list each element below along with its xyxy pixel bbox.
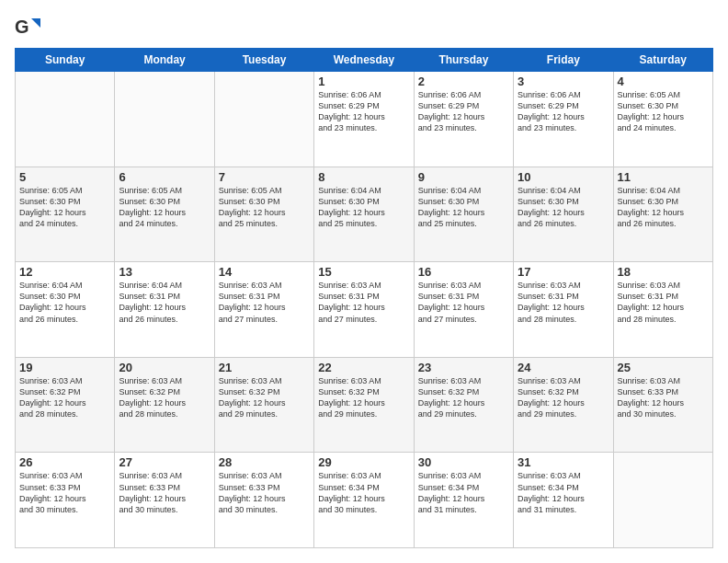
weekday-header-wednesday: Wednesday <box>314 49 414 72</box>
day-cell-14: 14Sunrise: 6:03 AMSunset: 6:31 PMDayligh… <box>214 262 313 358</box>
day-cell-25: 25Sunrise: 6:03 AMSunset: 6:33 PMDayligh… <box>613 357 712 453</box>
day-cell-empty-w4d6 <box>613 453 712 548</box>
day-number: 26 <box>19 455 110 469</box>
day-number: 15 <box>318 265 409 279</box>
day-number: 16 <box>418 265 509 279</box>
header: G <box>15 15 713 40</box>
weekday-header-thursday: Thursday <box>414 49 513 72</box>
day-number: 12 <box>19 265 110 279</box>
logo: G <box>15 15 44 40</box>
day-info: Sunrise: 6:04 AMSunset: 6:30 PMDaylight:… <box>318 185 409 230</box>
day-cell-31: 31Sunrise: 6:03 AMSunset: 6:34 PMDayligh… <box>514 453 613 548</box>
day-number: 11 <box>618 170 709 184</box>
day-info: Sunrise: 6:05 AMSunset: 6:30 PMDaylight:… <box>618 89 709 134</box>
weekday-header-row: SundayMondayTuesdayWednesdayThursdayFrid… <box>16 49 713 72</box>
day-info: Sunrise: 6:03 AMSunset: 6:32 PMDaylight:… <box>418 375 509 420</box>
day-cell-21: 21Sunrise: 6:03 AMSunset: 6:32 PMDayligh… <box>214 357 313 453</box>
day-number: 7 <box>219 170 310 184</box>
day-info: Sunrise: 6:06 AMSunset: 6:29 PMDaylight:… <box>318 89 409 134</box>
day-cell-empty-w0d2 <box>214 72 313 167</box>
day-info: Sunrise: 6:05 AMSunset: 6:30 PMDaylight:… <box>119 185 210 230</box>
day-info: Sunrise: 6:03 AMSunset: 6:33 PMDaylight:… <box>618 375 709 420</box>
day-info: Sunrise: 6:03 AMSunset: 6:33 PMDaylight:… <box>219 470 310 515</box>
day-info: Sunrise: 6:04 AMSunset: 6:30 PMDaylight:… <box>19 280 110 325</box>
day-info: Sunrise: 6:03 AMSunset: 6:31 PMDaylight:… <box>219 280 310 325</box>
day-cell-27: 27Sunrise: 6:03 AMSunset: 6:33 PMDayligh… <box>115 453 214 548</box>
day-number: 23 <box>418 361 509 374</box>
weekday-header-sunday: Sunday <box>16 49 115 72</box>
logo-icon: G <box>15 15 40 40</box>
day-cell-13: 13Sunrise: 6:04 AMSunset: 6:31 PMDayligh… <box>115 262 214 358</box>
day-cell-10: 10Sunrise: 6:04 AMSunset: 6:30 PMDayligh… <box>514 167 613 262</box>
week-row-4: 19Sunrise: 6:03 AMSunset: 6:32 PMDayligh… <box>16 357 713 453</box>
day-info: Sunrise: 6:05 AMSunset: 6:30 PMDaylight:… <box>219 185 310 230</box>
day-info: Sunrise: 6:03 AMSunset: 6:31 PMDaylight:… <box>518 280 609 325</box>
day-info: Sunrise: 6:04 AMSunset: 6:30 PMDaylight:… <box>418 185 509 230</box>
day-number: 4 <box>618 75 709 88</box>
day-info: Sunrise: 6:03 AMSunset: 6:34 PMDaylight:… <box>518 470 609 515</box>
day-cell-6: 6Sunrise: 6:05 AMSunset: 6:30 PMDaylight… <box>115 167 214 262</box>
day-cell-2: 2Sunrise: 6:06 AMSunset: 6:29 PMDaylight… <box>414 72 513 167</box>
day-cell-16: 16Sunrise: 6:03 AMSunset: 6:31 PMDayligh… <box>414 262 513 358</box>
day-cell-5: 5Sunrise: 6:05 AMSunset: 6:30 PMDaylight… <box>16 167 115 262</box>
day-number: 31 <box>518 455 609 469</box>
day-info: Sunrise: 6:05 AMSunset: 6:30 PMDaylight:… <box>19 185 110 230</box>
page: G SundayMondayTuesdayWednesdayThursdayFr… <box>0 0 728 563</box>
day-number: 24 <box>518 361 609 374</box>
week-row-1: 1Sunrise: 6:06 AMSunset: 6:29 PMDaylight… <box>16 72 713 167</box>
day-number: 1 <box>318 75 409 88</box>
day-cell-7: 7Sunrise: 6:05 AMSunset: 6:30 PMDaylight… <box>214 167 313 262</box>
day-number: 14 <box>219 265 310 279</box>
day-info: Sunrise: 6:03 AMSunset: 6:31 PMDaylight:… <box>318 280 409 325</box>
day-number: 25 <box>618 361 709 374</box>
day-number: 10 <box>518 170 609 184</box>
day-info: Sunrise: 6:04 AMSunset: 6:30 PMDaylight:… <box>618 185 709 230</box>
day-info: Sunrise: 6:03 AMSunset: 6:34 PMDaylight:… <box>318 470 409 515</box>
day-number: 6 <box>119 170 210 184</box>
day-number: 3 <box>518 75 609 88</box>
day-info: Sunrise: 6:03 AMSunset: 6:33 PMDaylight:… <box>119 470 210 515</box>
day-cell-9: 9Sunrise: 6:04 AMSunset: 6:30 PMDaylight… <box>414 167 513 262</box>
day-number: 30 <box>418 455 509 469</box>
day-info: Sunrise: 6:04 AMSunset: 6:30 PMDaylight:… <box>518 185 609 230</box>
day-cell-20: 20Sunrise: 6:03 AMSunset: 6:32 PMDayligh… <box>115 357 214 453</box>
week-row-3: 12Sunrise: 6:04 AMSunset: 6:30 PMDayligh… <box>16 262 713 358</box>
day-info: Sunrise: 6:03 AMSunset: 6:34 PMDaylight:… <box>418 470 509 515</box>
day-number: 18 <box>618 265 709 279</box>
day-number: 8 <box>318 170 409 184</box>
day-cell-18: 18Sunrise: 6:03 AMSunset: 6:31 PMDayligh… <box>613 262 712 358</box>
day-cell-22: 22Sunrise: 6:03 AMSunset: 6:32 PMDayligh… <box>314 357 414 453</box>
day-cell-30: 30Sunrise: 6:03 AMSunset: 6:34 PMDayligh… <box>414 453 513 548</box>
day-number: 21 <box>219 361 310 374</box>
day-cell-empty-w0d1 <box>115 72 214 167</box>
day-number: 2 <box>418 75 509 88</box>
day-number: 27 <box>119 455 210 469</box>
day-cell-26: 26Sunrise: 6:03 AMSunset: 6:33 PMDayligh… <box>16 453 115 548</box>
day-cell-23: 23Sunrise: 6:03 AMSunset: 6:32 PMDayligh… <box>414 357 513 453</box>
day-number: 5 <box>19 170 110 184</box>
day-cell-28: 28Sunrise: 6:03 AMSunset: 6:33 PMDayligh… <box>214 453 313 548</box>
day-info: Sunrise: 6:06 AMSunset: 6:29 PMDaylight:… <box>418 89 509 134</box>
svg-text:G: G <box>15 17 29 37</box>
day-number: 17 <box>518 265 609 279</box>
day-info: Sunrise: 6:03 AMSunset: 6:32 PMDaylight:… <box>119 375 210 420</box>
day-info: Sunrise: 6:03 AMSunset: 6:31 PMDaylight:… <box>418 280 509 325</box>
weekday-header-saturday: Saturday <box>613 49 712 72</box>
day-info: Sunrise: 6:04 AMSunset: 6:31 PMDaylight:… <box>119 280 210 325</box>
day-cell-12: 12Sunrise: 6:04 AMSunset: 6:30 PMDayligh… <box>16 262 115 358</box>
day-number: 19 <box>19 361 110 374</box>
day-cell-3: 3Sunrise: 6:06 AMSunset: 6:29 PMDaylight… <box>514 72 613 167</box>
day-cell-11: 11Sunrise: 6:04 AMSunset: 6:30 PMDayligh… <box>613 167 712 262</box>
day-cell-8: 8Sunrise: 6:04 AMSunset: 6:30 PMDaylight… <box>314 167 414 262</box>
day-info: Sunrise: 6:06 AMSunset: 6:29 PMDaylight:… <box>518 89 609 134</box>
day-cell-29: 29Sunrise: 6:03 AMSunset: 6:34 PMDayligh… <box>314 453 414 548</box>
day-cell-19: 19Sunrise: 6:03 AMSunset: 6:32 PMDayligh… <box>16 357 115 453</box>
day-cell-4: 4Sunrise: 6:05 AMSunset: 6:30 PMDaylight… <box>613 72 712 167</box>
day-number: 29 <box>318 455 409 469</box>
day-cell-24: 24Sunrise: 6:03 AMSunset: 6:32 PMDayligh… <box>514 357 613 453</box>
week-row-2: 5Sunrise: 6:05 AMSunset: 6:30 PMDaylight… <box>16 167 713 262</box>
day-number: 9 <box>418 170 509 184</box>
day-info: Sunrise: 6:03 AMSunset: 6:31 PMDaylight:… <box>618 280 709 325</box>
day-cell-1: 1Sunrise: 6:06 AMSunset: 6:29 PMDaylight… <box>314 72 414 167</box>
weekday-header-tuesday: Tuesday <box>214 49 313 72</box>
